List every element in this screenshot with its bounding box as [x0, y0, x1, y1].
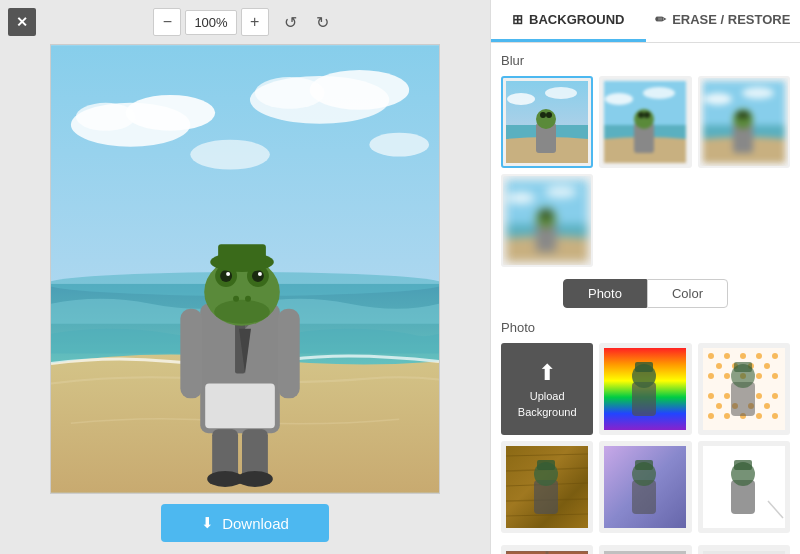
- redo-button[interactable]: ↻: [309, 8, 337, 36]
- svg-rect-115: [734, 460, 752, 470]
- svg-point-21: [252, 270, 264, 282]
- photo-color-toggle: Photo Color: [501, 279, 790, 308]
- svg-point-83: [708, 393, 714, 399]
- svg-point-77: [764, 363, 770, 369]
- svg-point-94: [756, 413, 762, 419]
- bg-gray-mid-thumb[interactable]: [599, 545, 691, 554]
- tab-background[interactable]: ⊞ BACKGROUND: [491, 0, 646, 42]
- svg-point-51: [742, 87, 774, 99]
- canvas-image: [51, 44, 439, 494]
- bg-rainbow-thumb[interactable]: [599, 343, 691, 435]
- svg-point-91: [708, 413, 714, 419]
- tab-erase-restore[interactable]: ✏ ERASE / RESTORE: [646, 0, 801, 42]
- bg-light-grey-thumb[interactable]: [698, 545, 790, 554]
- svg-point-37: [536, 109, 556, 129]
- upload-background-button[interactable]: ⬆ Upload Background: [501, 343, 593, 435]
- blur-thumb-1[interactable]: [599, 76, 691, 168]
- svg-rect-27: [218, 244, 266, 264]
- svg-rect-67: [635, 362, 653, 372]
- svg-point-82: [772, 373, 778, 379]
- svg-rect-134: [703, 551, 785, 554]
- bg-purple-thumb[interactable]: [599, 441, 691, 533]
- blur-thumb-3[interactable]: [501, 174, 593, 266]
- color-toggle-button[interactable]: Color: [647, 279, 728, 308]
- svg-rect-107: [537, 460, 555, 470]
- svg-point-55: [743, 112, 749, 118]
- svg-point-59: [545, 186, 577, 198]
- svg-point-63: [546, 211, 552, 217]
- svg-point-74: [716, 363, 722, 369]
- photo-toggle-button[interactable]: Photo: [563, 279, 647, 308]
- upload-label-line2: Background: [518, 406, 577, 418]
- tab-bar: ⊞ BACKGROUND ✏ ERASE / RESTORE: [491, 0, 800, 43]
- svg-point-84: [724, 393, 730, 399]
- svg-rect-118: [506, 551, 546, 554]
- svg-point-61: [536, 208, 556, 228]
- upload-icon: ⬆: [538, 360, 556, 386]
- svg-point-71: [740, 353, 746, 359]
- svg-point-92: [724, 413, 730, 419]
- svg-point-20: [220, 270, 232, 282]
- layers-icon: ⊞: [512, 12, 523, 27]
- svg-point-42: [605, 93, 633, 105]
- svg-point-23: [258, 272, 262, 276]
- svg-point-81: [756, 373, 762, 379]
- bg-brick-thumb[interactable]: [501, 545, 593, 554]
- download-label: Download: [222, 515, 289, 532]
- svg-point-22: [226, 272, 230, 276]
- undo-button[interactable]: ↺: [277, 8, 305, 36]
- close-button[interactable]: ✕: [8, 8, 36, 36]
- right-content: Blur: [491, 43, 800, 554]
- svg-point-95: [772, 413, 778, 419]
- svg-point-7: [190, 140, 270, 170]
- canvas-area: [50, 44, 440, 494]
- svg-point-87: [716, 403, 722, 409]
- svg-rect-14: [278, 309, 300, 399]
- toolbar: ✕ − 100% + ↺ ↻: [8, 8, 482, 36]
- bg-white-thumb[interactable]: [698, 441, 790, 533]
- svg-point-62: [540, 211, 546, 217]
- zoom-out-button[interactable]: −: [153, 8, 181, 36]
- svg-point-79: [724, 373, 730, 379]
- svg-rect-130: [604, 551, 686, 554]
- svg-point-72: [756, 353, 762, 359]
- svg-point-86: [772, 393, 778, 399]
- svg-point-45: [634, 109, 654, 129]
- svg-point-3: [76, 103, 136, 131]
- svg-point-47: [644, 112, 650, 118]
- blur-section-label: Blur: [501, 53, 790, 68]
- blur-thumb-2[interactable]: [698, 76, 790, 168]
- download-button[interactable]: ⬇ Download: [161, 504, 329, 542]
- undo-redo-controls: ↺ ↻: [277, 8, 337, 36]
- svg-point-54: [737, 112, 743, 118]
- svg-point-85: [756, 393, 762, 399]
- svg-rect-98: [734, 362, 752, 372]
- svg-rect-13: [180, 309, 202, 399]
- eraser-icon: ✏: [655, 12, 666, 27]
- svg-point-69: [708, 353, 714, 359]
- svg-point-39: [546, 112, 552, 118]
- svg-point-25: [245, 296, 251, 302]
- svg-rect-15: [205, 383, 275, 428]
- left-panel: ✕ − 100% + ↺ ↻: [0, 0, 490, 554]
- svg-point-38: [540, 112, 546, 118]
- right-panel: ⊞ BACKGROUND ✏ ERASE / RESTORE Blur: [490, 0, 800, 554]
- upload-label-line1: Upload: [530, 390, 565, 402]
- svg-rect-111: [635, 460, 653, 470]
- photo-thumb-grid: ⬆ Upload Background: [501, 343, 790, 534]
- svg-point-53: [733, 109, 753, 129]
- blur-thumb-0[interactable]: [501, 76, 593, 168]
- photo-thumb-grid-2: [501, 545, 790, 554]
- bg-wood-thumb[interactable]: [501, 441, 593, 533]
- svg-point-17: [214, 300, 270, 324]
- svg-point-8: [369, 133, 429, 157]
- svg-point-24: [233, 296, 239, 302]
- zoom-value: 100%: [185, 10, 236, 35]
- zoom-in-button[interactable]: +: [241, 8, 269, 36]
- svg-point-34: [507, 93, 535, 105]
- svg-point-50: [704, 93, 732, 105]
- svg-point-2: [126, 95, 216, 131]
- zoom-controls: − 100% +: [153, 8, 268, 36]
- bg-dots-thumb[interactable]: [698, 343, 790, 435]
- svg-point-6: [255, 77, 325, 109]
